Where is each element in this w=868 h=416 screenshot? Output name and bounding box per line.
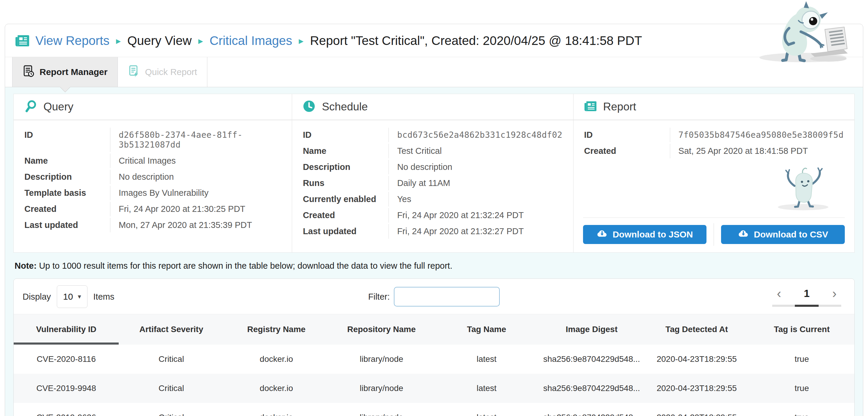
display-label: Display (23, 292, 51, 302)
panel-title: Report (603, 100, 636, 113)
report-panel-body: ID7f05035b847546ea95080e5e38009f5dCreate… (574, 120, 854, 252)
reports-icon (15, 34, 29, 47)
panel-title: Query (43, 100, 73, 113)
column-header-registry-name[interactable]: Registry Name (224, 314, 329, 345)
field-label: Runs (303, 176, 389, 190)
breadcrumb-separator-icon: ▸ (298, 35, 304, 47)
tab-label: Quick Report (145, 67, 197, 77)
field-label: Created (24, 202, 110, 216)
breadcrumb-separator-icon: ▸ (116, 35, 121, 47)
field-label: ID (24, 128, 110, 142)
field-row-template-basis: Template basisImages By Vulnerability (24, 186, 281, 200)
breadcrumb-link-critical-images[interactable]: Critical Images (209, 34, 292, 48)
pagination: ‹ 1 › (772, 287, 841, 307)
breadcrumb: View Reports ▸ Query View ▸ Critical Ima… (5, 24, 863, 57)
field-row-name: NameTest Critical (303, 144, 562, 158)
table-cell: sha256:9e8704229d548... (539, 345, 644, 374)
field-row-currently-enabled: Currently enabledYes (303, 192, 562, 207)
table-cell: sha256:9e8704229d548... (539, 374, 644, 403)
field-row-created: CreatedSat, 25 Apr 2020 at 18:41:58 PDT (584, 144, 844, 158)
field-label: Last updated (303, 224, 389, 239)
field-value: Yes (389, 192, 411, 207)
clock-icon (303, 100, 315, 114)
table-cell: docker.io (224, 403, 329, 416)
table-cell: 2020-04-23T18:29:55 (644, 403, 749, 416)
field-row-runs: RunsDaily at 11AM (303, 176, 562, 190)
field-row-created: CreatedFri, 24 Apr 2020 at 21:30:25 PDT (24, 202, 281, 216)
table-cell: latest (434, 403, 539, 416)
table-cell: Critical (119, 403, 224, 416)
pagination-scrollbar[interactable] (772, 305, 841, 307)
breadcrumb-text-query-view: Query View (127, 34, 192, 48)
report-panel: Report ID7f05035b847546ea95080e5e38009f5… (574, 94, 854, 252)
display-count-select[interactable]: 10 ▾ (57, 285, 87, 308)
tab-report-manager[interactable]: Report Manager (12, 57, 118, 87)
prev-page-button[interactable]: ‹ (775, 287, 783, 300)
field-label: Currently enabled (303, 192, 389, 207)
field-row-id: ID7f05035b847546ea95080e5e38009f5d (584, 128, 844, 142)
download-json-button[interactable]: Download to JSON (583, 225, 707, 244)
column-header-image-digest[interactable]: Image Digest (539, 314, 644, 345)
results-header-row: Vulnerability IDArtifact SeverityRegistr… (14, 314, 854, 345)
field-label: Name (303, 144, 389, 158)
field-value: No description (389, 160, 452, 174)
caret-down-icon: ▾ (78, 293, 81, 301)
results-table: Vulnerability IDArtifact SeverityRegistr… (14, 314, 854, 416)
breadcrumb-current-report: Report "Test Critical", Created: 2020/04… (310, 34, 642, 48)
next-page-button[interactable]: › (831, 287, 839, 300)
field-row-description: DescriptionNo description (24, 170, 281, 184)
filter-input[interactable] (394, 287, 500, 306)
table-controls: Display 10 ▾ Items Filter: (14, 279, 854, 314)
query-panel-body: IDd26f580b-2374-4aee-81ff-3b51321087ddNa… (14, 120, 292, 252)
field-label: Template basis (24, 186, 110, 200)
breadcrumb-link-view-reports[interactable]: View Reports (35, 34, 110, 48)
download-buttons-row: Download to JSON (583, 217, 845, 245)
field-value: Fri, 24 Apr 2020 at 21:32:27 PDT (389, 224, 524, 239)
table-cell: docker.io (224, 374, 329, 403)
pagination-scrollbar-thumb[interactable] (795, 305, 818, 307)
field-label: ID (303, 128, 389, 142)
column-header-artifact-severity[interactable]: Artifact Severity (119, 314, 224, 345)
table-cell: true (749, 374, 854, 403)
quick-report-icon (128, 65, 141, 80)
button-label: Download to JSON (613, 230, 693, 240)
table-cell: CVE-2020-8116 (14, 345, 119, 374)
field-value: No description (110, 170, 174, 184)
field-label: Created (303, 208, 389, 222)
results-body: CVE-2020-8116Criticaldocker.iolibrary/no… (14, 345, 854, 416)
download-csv-button[interactable]: Download to CSV (721, 225, 845, 244)
breadcrumb-separator-icon: ▸ (197, 35, 204, 47)
report-manager-icon (23, 65, 35, 80)
selected-value: 10 (63, 292, 73, 302)
schedule-panel: Schedule IDbcd673c56e2a4862b331c1928c48d… (292, 94, 573, 252)
field-label: Description (24, 170, 110, 184)
tab-quick-report: Quick Report (118, 57, 207, 87)
field-row-last-updated: Last updatedFri, 24 Apr 2020 at 21:32:27… (303, 224, 562, 239)
column-header-repository-name[interactable]: Repository Name (329, 314, 434, 345)
column-header-tag-detected-at[interactable]: Tag Detected At (644, 314, 749, 345)
field-row-last-updated: Last updatedMon, 27 Apr 2020 at 21:35:39… (24, 218, 281, 232)
field-value: Fri, 24 Apr 2020 at 21:30:25 PDT (110, 202, 245, 216)
field-value: Images By Vulnerability (110, 186, 209, 200)
table-cell: latest (434, 374, 539, 403)
panel-title: Schedule (322, 100, 368, 113)
field-value: Mon, 27 Apr 2020 at 21:35:39 PDT (110, 218, 252, 232)
field-value: Test Critical (389, 144, 442, 158)
field-value: Sat, 25 Apr 2020 at 18:41:58 PDT (670, 144, 808, 158)
table-cell: library/node (329, 345, 434, 374)
current-page-number[interactable]: 1 (804, 288, 809, 299)
table-cell: true (749, 403, 854, 416)
column-header-vulnerability-id[interactable]: Vulnerability ID (14, 314, 119, 345)
mascot-waving-illustration (769, 161, 835, 212)
field-value: Daily at 11AM (389, 176, 450, 190)
column-header-tag-is-current[interactable]: Tag is Current (749, 314, 854, 345)
cloud-download-icon (738, 230, 749, 240)
table-cell: Critical (119, 345, 224, 374)
main-card: View Reports ▸ Query View ▸ Critical Ima… (5, 24, 863, 416)
table-cell: Critical (119, 374, 224, 403)
column-header-tag-name[interactable]: Tag Name (434, 314, 539, 345)
items-label: Items (93, 292, 115, 302)
field-value: 7f05035b847546ea95080e5e38009f5d (670, 128, 844, 142)
mascot-wave-wrap (584, 160, 844, 217)
table-cell: library/node (329, 403, 434, 416)
